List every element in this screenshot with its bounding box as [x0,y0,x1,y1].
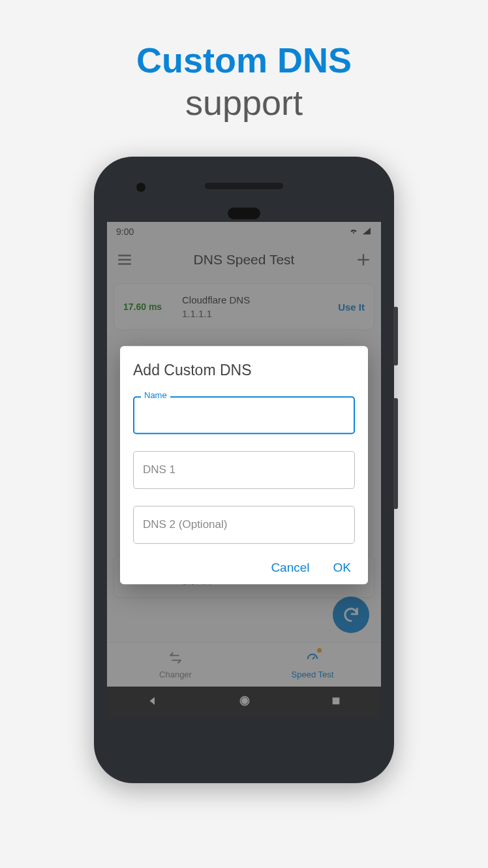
dialog-title: Add Custom DNS [133,362,355,379]
dns2-input[interactable] [133,506,355,544]
name-field-wrapper: Name [133,396,355,434]
phone-power-button [393,307,398,365]
phone-screen: 9:00 DNS Speed Test 17.60 ms [107,222,381,718]
phone-earpiece [228,208,260,219]
name-field-label: Name [141,390,170,400]
name-input[interactable] [133,396,355,434]
add-custom-dns-dialog: Add Custom DNS Name Cancel OK [120,346,368,584]
dns1-field-wrapper [133,451,355,489]
phone-speaker [205,183,283,189]
dialog-actions: Cancel OK [133,561,355,575]
promo-line1: Custom DNS [0,39,488,82]
dns2-field-wrapper [133,506,355,544]
phone-camera-dot [136,183,145,192]
phone-frame: 9:00 DNS Speed Test 17.60 ms [94,157,394,783]
promo-line2: support [0,82,488,124]
cancel-button[interactable]: Cancel [271,561,309,575]
phone-volume-button [393,398,398,509]
ok-button[interactable]: OK [333,561,351,575]
dns1-input[interactable] [133,451,355,489]
promo-title: Custom DNS support [0,0,488,124]
